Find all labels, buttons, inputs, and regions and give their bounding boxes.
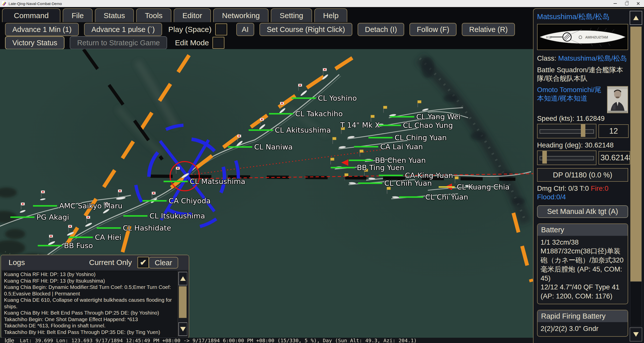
scroll-track[interactable] bbox=[630, 282, 642, 326]
tab-tools[interactable]: Tools bbox=[136, 8, 171, 22]
scroll-up-button[interactable] bbox=[178, 272, 187, 285]
scroll-down-button[interactable] bbox=[630, 327, 642, 341]
tab-help[interactable]: Help bbox=[314, 8, 348, 22]
ship-name: CA Chiyoda bbox=[169, 197, 211, 205]
tab-file[interactable]: File bbox=[63, 8, 92, 22]
ship-class-link[interactable]: Matsushima/松島/松岛 bbox=[558, 54, 627, 62]
ship-label[interactable]: CL Kuang Chia bbox=[439, 183, 510, 191]
maximize-button[interactable] bbox=[621, 0, 632, 7]
follow-button[interactable]: Follow (F) bbox=[409, 23, 457, 36]
ship-label[interactable]: CL Naniwa bbox=[228, 143, 293, 151]
scroll-thumb[interactable] bbox=[630, 26, 642, 282]
log-entry: Kuang Chia Begin: Dynamic Modifier:Std T… bbox=[3, 284, 177, 297]
health-bar bbox=[354, 146, 378, 147]
svg-text:MATSUSHIMA: MATSUSHIMA bbox=[585, 35, 608, 39]
ship-label[interactable]: AMC Saikyo Maru bbox=[33, 202, 123, 210]
play-label: Play (Space) bbox=[168, 25, 212, 34]
advance-1-pulse-button[interactable]: Advance 1 pulse (`) bbox=[84, 23, 162, 36]
ship-label[interactable]: PG Akagi bbox=[10, 213, 69, 221]
logs-header: Logs Current Only Clear bbox=[1, 255, 189, 270]
ship-label[interactable]: CL Ching Yuan bbox=[368, 133, 447, 142]
ship-label[interactable]: CA Chiyoda bbox=[142, 197, 211, 205]
health-bar bbox=[33, 205, 57, 207]
ship-name: CL Hashidate bbox=[123, 224, 171, 232]
tab-networking[interactable]: Networking bbox=[213, 8, 269, 22]
ship-name: PG Akagi bbox=[36, 213, 69, 221]
minimize-button[interactable] bbox=[609, 0, 621, 7]
heading-slider[interactable] bbox=[537, 150, 596, 165]
speed-label: Speed (kts): 11.62849 bbox=[537, 114, 628, 123]
heading-slider-groove bbox=[540, 156, 594, 160]
close-button[interactable] bbox=[632, 0, 644, 7]
victory-status-button[interactable]: Victory Status bbox=[5, 36, 64, 49]
arrow-down-icon bbox=[633, 332, 639, 337]
edit-mode-label: Edit Mode bbox=[175, 39, 209, 47]
scroll-thumb[interactable] bbox=[179, 286, 187, 318]
speed-slider[interactable] bbox=[537, 124, 596, 138]
ship-label[interactable]: BB Ting Yuen bbox=[331, 163, 404, 172]
health-bar bbox=[38, 245, 62, 246]
squadron-link[interactable]: Battle Squadron/連合艦隊本隊/联合舰队本队 bbox=[537, 66, 628, 83]
clear-logs-button[interactable]: Clear bbox=[149, 257, 178, 269]
edit-mode-checkbox[interactable] bbox=[212, 37, 224, 49]
health-bar bbox=[368, 137, 393, 138]
status-bar: Idle Lat: 39.699 Lon: 123.693 9/17/1894 … bbox=[0, 338, 533, 343]
play-checkbox[interactable] bbox=[215, 23, 227, 35]
heading-input[interactable]: 30.62148 bbox=[598, 151, 630, 165]
battery-line: 12/12 4.7"/40 QF Type 41 (AP: 1200, COM:… bbox=[541, 283, 625, 301]
relative-button[interactable]: Relative (R) bbox=[462, 23, 515, 36]
ship-top-view-image: 12.6 MATSUSHIMA bbox=[537, 24, 628, 50]
ship-label[interactable]: CL Takachiho bbox=[269, 109, 343, 118]
ship-name: CL Chi Yuan bbox=[425, 193, 468, 201]
app-icon bbox=[2, 1, 7, 6]
tab-status[interactable]: Status bbox=[95, 8, 134, 22]
detach-button[interactable]: Detach (I) bbox=[358, 23, 404, 36]
tab-editor[interactable]: Editor bbox=[174, 8, 211, 22]
logs-scrollbar[interactable] bbox=[178, 271, 187, 337]
title-bar: Late-Qing-Naval-Combat-Demo bbox=[0, 0, 644, 7]
ship-label[interactable]: CL Chi Yuan bbox=[399, 193, 468, 201]
battery-header: Battery bbox=[538, 224, 628, 236]
ship-label[interactable]: CL Hashidate bbox=[97, 224, 171, 232]
map-annotation: T 14" Mk X bbox=[340, 121, 380, 129]
health-bar bbox=[123, 215, 147, 217]
set-course-button[interactable]: Set Course (Right Click) bbox=[259, 23, 352, 36]
ship-label[interactable]: CL Chao Yung bbox=[377, 121, 453, 130]
battery-line: M1887/32cm(38口径)单装砲（カネー砲）/加奈式320毫米后膛炮 (A… bbox=[541, 247, 625, 283]
ship-title-link[interactable]: Matsushima/松島/松岛 bbox=[537, 12, 628, 22]
ship-label[interactable]: CA King Yuan bbox=[379, 171, 453, 180]
ship-label[interactable]: CA Lai Yuan bbox=[354, 142, 423, 151]
fire-counter: Fire:0 bbox=[591, 184, 608, 192]
ship-label[interactable]: CL Itsukushima bbox=[123, 212, 205, 220]
ship-label[interactable]: CL Yoshino bbox=[292, 94, 357, 102]
menu-tabs: CommandFileStatusToolsEditorNetworkingSe… bbox=[2, 8, 350, 22]
advance-1-min-button[interactable]: Advance 1 Min (1) bbox=[5, 23, 79, 36]
close-icon bbox=[636, 2, 640, 5]
ship-label[interactable]: CL Akitsushima bbox=[249, 126, 331, 134]
window-title: Late-Qing-Naval-Combat-Demo bbox=[9, 2, 62, 6]
ai-button[interactable]: AI bbox=[236, 23, 254, 36]
tab-command[interactable]: Command bbox=[2, 8, 60, 22]
ship-label[interactable]: CL Chih Yuan bbox=[358, 179, 432, 187]
speed-slider-groove bbox=[540, 129, 594, 134]
sidebar-scrollbar[interactable] bbox=[629, 10, 643, 342]
ship-label[interactable]: CA Hiei bbox=[69, 233, 121, 242]
heading-label: Heading (deg): 30.62148 bbox=[537, 141, 628, 149]
scroll-down-button[interactable] bbox=[178, 322, 187, 336]
restore-icon bbox=[625, 2, 628, 5]
scroll-up-button[interactable] bbox=[630, 11, 642, 25]
speed-input[interactable]: 12 bbox=[598, 124, 629, 138]
current-only-checkbox[interactable] bbox=[137, 257, 149, 268]
heading-slider-handle[interactable] bbox=[542, 151, 547, 164]
tab-setting[interactable]: Setting bbox=[271, 8, 312, 22]
ship-name: CA Hiei bbox=[95, 233, 121, 242]
ship-label[interactable]: BB Fuso bbox=[38, 241, 93, 250]
speed-slider-handle[interactable] bbox=[581, 124, 585, 137]
set-manual-target-button[interactable]: Set Manual Atk tgt (A) bbox=[537, 205, 628, 218]
svg-text:12.6: 12.6 bbox=[546, 36, 551, 39]
ship-name: CL Takachiho bbox=[295, 109, 343, 118]
ship-label[interactable]: CL Matsushima bbox=[164, 177, 245, 186]
ship-label[interactable]: CL Yang Wei bbox=[390, 112, 461, 121]
log-entry: Takachiho Begin: One Shot Damage Effect … bbox=[3, 316, 177, 323]
commander-link[interactable]: Omoto Tomomichi/尾本知道/梶本知道 bbox=[537, 86, 601, 102]
